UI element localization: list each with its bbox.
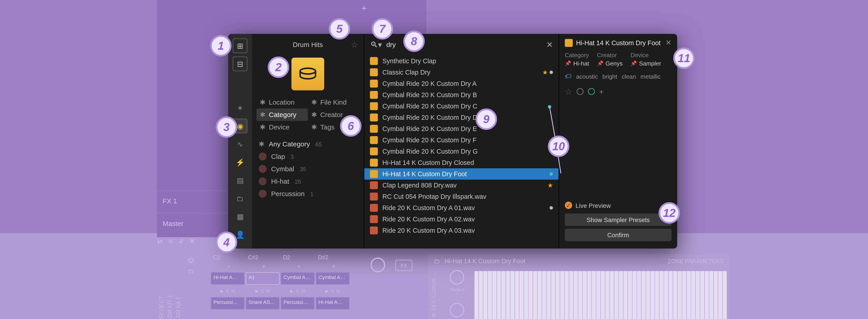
clear-search-icon[interactable]: ✕ [546,40,553,49]
category-item[interactable]: Cymbal35 [252,163,364,175]
result-item[interactable]: Cymbal Ride 20 K Custom Dry D [364,112,559,123]
mute-button[interactable]: M [301,288,305,293]
add-tab-icon[interactable]: + [362,3,367,13]
color-swatch[interactable] [577,88,584,95]
pitch-knob[interactable] [450,303,464,317]
pad-cell[interactable]: Percussi… [281,297,315,310]
volume-knob[interactable] [371,258,385,272]
filter-device[interactable]: ✱Device [256,121,308,133]
play-icon[interactable]: ▶ [220,288,224,293]
show-sampler-presets-button[interactable]: Show Sampler Presets [565,214,672,226]
source-pkg-icon[interactable]: ▦ [233,209,247,224]
tag[interactable]: clean [622,73,636,80]
result-item[interactable]: Ride 20 K Custom Dry A 02.wav [364,214,559,225]
result-item[interactable]: Cymbal Ride 20 K Custom Dry F [364,134,559,146]
mute-button[interactable]: M [231,288,235,293]
filter-filekind[interactable]: ✱File Kind [308,96,360,108]
tag[interactable]: bright [602,73,617,80]
result-item[interactable]: Synthetic Dry Clap [364,55,559,67]
pad-cell[interactable]: Snare AS… [246,297,280,310]
source-all-icon[interactable]: ✴ [233,100,247,115]
result-item[interactable]: Cymbal Ride 20 K Custom Dry E [364,123,559,134]
solo-button[interactable]: S [261,288,264,293]
close-detail-icon[interactable]: ✕ [665,38,672,47]
solo-button[interactable]: S [331,288,334,293]
result-item[interactable]: Ride 20 K Custom Dry A 03.wav [364,225,559,236]
result-item[interactable]: Cymbal Ride 20 K Custom Dry A [364,78,559,89]
category-item[interactable]: Percussion1 [252,188,364,200]
confirm-button[interactable]: Confirm [565,229,672,241]
callout-badge: 8 [403,31,425,52]
pad-cell[interactable]: A1 [246,272,280,285]
tool-icon[interactable]: ≡ [168,237,173,245]
solo-button[interactable]: S [296,288,299,293]
vert-label-kit[interactable]: ASM KIT 1 [165,254,174,319]
source-plug-icon[interactable]: ⚡ [233,155,247,169]
tag[interactable]: metallic [641,73,660,80]
result-item[interactable]: Ride 20 K Custom Dry A 01.wav [364,202,559,214]
filter-location[interactable]: ✱Location [256,96,308,108]
category-item[interactable]: Hi-hat26 [252,175,364,188]
add-color-icon[interactable]: + [599,87,604,96]
preset-icon [565,39,573,46]
search-icon[interactable]: 🔍︎▾ [370,40,382,49]
pad-cell[interactable]: Cymbal A… [281,272,315,285]
source-folder-icon[interactable]: 🗀 [233,191,247,205]
tool-icon[interactable]: ⇄ [157,237,163,245]
result-item[interactable]: Hi-Hat 14 K Custom Dry Foot [364,168,559,180]
select-knob[interactable] [450,270,464,285]
result-item[interactable]: Classic Clap Dry★ [364,67,559,78]
category-item[interactable]: Clap3 [252,150,364,163]
file-icon [370,102,378,110]
tag[interactable]: acoustic [576,73,598,80]
add-pad-icon[interactable]: + [246,263,280,271]
add-pad-icon[interactable]: + [316,263,350,271]
source-wave-icon[interactable]: ∿ [233,137,247,151]
knob-label: Select [446,287,469,293]
play-icon[interactable]: ▶ [255,288,259,293]
filter-category[interactable]: ✱Category [256,108,308,121]
close-icon[interactable]: ✕ [189,237,195,245]
mute-button[interactable]: M [336,288,340,293]
result-item[interactable]: Cymbal Ride 20 K Custom Dry B [364,89,559,100]
detail-titlebar: Hi-Hat 14 K Custom Dry Foot ✕ [565,38,672,47]
source-files-icon[interactable]: ▤ [233,173,247,188]
add-pad-icon[interactable]: + [281,263,315,271]
meta-category[interactable]: 📌Hi-hat [565,60,589,67]
pad-cell[interactable]: Hi-Hat A… [211,272,245,285]
callout-badge: 10 [548,135,569,157]
add-pad-icon[interactable]: + [211,263,245,271]
favorite-icon[interactable]: ☆ [565,87,572,96]
play-icon[interactable]: ▶ [290,288,294,293]
result-item[interactable]: RC Cut 054 Pnotap Dry Illspark.wav [364,191,559,202]
meta-device[interactable]: 📌Sampler [630,60,661,67]
power-icon[interactable]: ⏻ [188,256,194,263]
source-grid2-icon[interactable]: ⊟ [233,57,247,71]
favorite-icon[interactable]: ☆ [351,40,358,49]
result-item[interactable]: Clap Legend 808 Dry.wav★ [364,180,559,191]
pad-cell[interactable]: Hi-Hat A… [316,297,350,310]
vert-label-project[interactable]: PROJECT [157,254,165,319]
folder-icon[interactable]: 🗀 [188,268,194,275]
fx-button[interactable]: FX [395,260,412,271]
tool-icon[interactable]: ↲ [178,237,184,245]
pad-cell[interactable]: Cymbal A… [316,272,350,285]
meta-creator[interactable]: 📌Genys [597,60,623,67]
search-row: 🔍︎▾ ✕ [364,34,559,55]
play-icon[interactable]: ▶ [325,288,329,293]
asterisk-icon: ✱ [260,123,266,131]
pad-cell[interactable]: Percussi… [211,297,245,310]
solo-button[interactable]: S [226,288,229,293]
piano-keyboard[interactable] [474,271,727,319]
result-item[interactable]: Cymbal Ride 20 K Custom Dry C [364,100,559,112]
vert-label-kit2[interactable]: ASM Kit 1 [174,254,183,319]
result-item[interactable]: Hi-Hat 14 K Custom Dry Closed [364,157,559,168]
mute-button[interactable]: M [266,288,270,293]
source-grid-icon[interactable]: ⊞ [233,38,247,53]
live-preview-toggle[interactable]: ✓ Live Preview [565,202,672,209]
result-item[interactable]: Cymbal Ride 20 K Custom Dry G [364,146,559,157]
color-swatch[interactable] [588,88,595,95]
folder-icon[interactable]: 🗀 [434,258,440,264]
category-any[interactable]: ✱ Any Category 65 [252,138,364,150]
category-icon [259,190,267,198]
